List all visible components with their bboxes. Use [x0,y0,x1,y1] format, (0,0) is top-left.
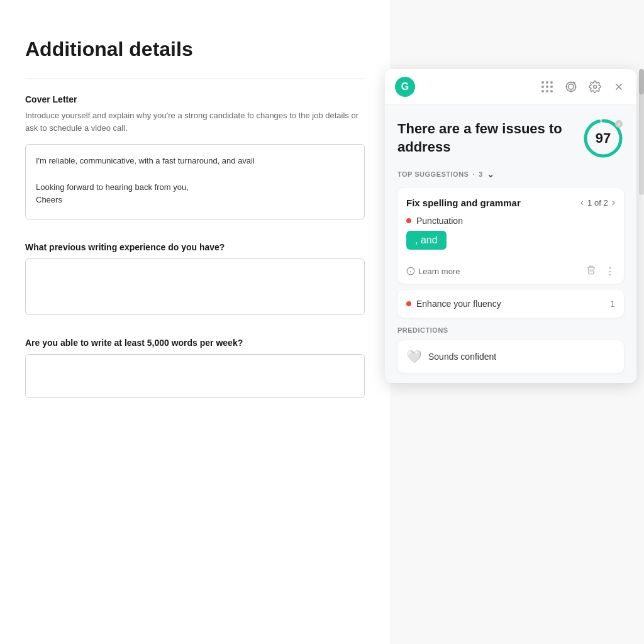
prediction-emoji: 🤍 [406,349,422,364]
fluency-left: Enhance your fluency [406,299,501,309]
close-icon[interactable] [611,79,626,94]
cover-letter-label: Cover Letter [25,94,365,104]
settings-icon[interactable] [587,79,602,94]
header-icons [540,79,626,94]
cover-letter-line2: Looking forward to hearing back from you… [36,181,354,194]
svg-point-7 [594,86,597,89]
suggestion-type: Punctuation [416,216,463,226]
card-footer: Learn more ⋮ [406,262,615,277]
suggestion-row: Punctuation [406,216,615,226]
grid-icon[interactable] [540,79,555,94]
scrollbar-track [639,69,644,195]
issues-title: There are a few issues to address [397,120,582,156]
prediction-text: Sounds confident [428,352,496,362]
svg-point-6 [574,82,575,84]
divider [25,79,365,79]
fluency-dot [406,301,411,306]
score-header: There are a few issues to address 97 i [397,118,624,159]
score-circle: 97 i [582,118,624,159]
panel-header: G [385,69,636,105]
delete-icon[interactable] [586,265,596,277]
next-arrow[interactable]: › [612,197,615,208]
top-suggestions-count: · [472,170,475,178]
panel-body: There are a few issues to address 97 i T… [385,105,636,383]
chevron-down-icon[interactable]: ⌄ [487,169,495,179]
top-suggestions-num: 3 [479,170,483,178]
svg-point-1 [569,84,574,89]
suggestion-pill[interactable]: , and [406,231,447,250]
card-title: Fix spelling and grammar [406,197,521,208]
fluency-card[interactable]: Enhance your fluency 1 [397,290,624,318]
pagination: ‹ 1 of 2 › [580,197,615,208]
page-title: Additional details [25,38,365,61]
learn-more-button[interactable]: Learn more [406,267,460,276]
footer-icons: ⋮ [586,265,615,277]
suggestion-card: Fix spelling and grammar ‹ 1 of 2 › Punc… [397,188,624,284]
question2-answer[interactable] [25,354,365,398]
score-number: 97 [596,130,611,147]
main-content: Additional details Cover Letter Introduc… [0,0,390,644]
predictions-label: PREDICTIONS [397,326,624,334]
question2-label: Are you able to write at least 5,000 wor… [25,338,365,348]
more-options-icon[interactable]: ⋮ [605,265,615,277]
grammarly-logo: G [395,77,415,97]
pagination-text: 1 of 2 [587,198,608,208]
cover-letter-line1: I'm reliable, communicative, with a fast… [36,155,354,168]
top-suggestions-bar: TOP SUGGESTIONS · 3 ⌄ [397,169,624,179]
question1-label: What previous writing experience do you … [25,242,365,252]
prev-arrow[interactable]: ‹ [580,197,584,208]
target-icon[interactable] [564,79,579,94]
score-info-icon[interactable]: i [615,120,623,128]
cover-letter-line3: Cheers [36,194,354,207]
question1-answer[interactable] [25,258,365,315]
red-dot [406,218,411,223]
cover-letter-textarea[interactable]: I'm reliable, communicative, with a fast… [25,144,365,219]
card-header: Fix spelling and grammar ‹ 1 of 2 › [406,197,615,208]
fluency-count: 1 [610,299,615,309]
top-suggestions-label: TOP SUGGESTIONS [397,170,469,178]
suggestion-item: Punctuation , and [406,216,615,256]
grammarly-panel: G [385,69,636,383]
cover-letter-description: Introduce yourself and explain why you'r… [25,109,365,134]
fluency-label: Enhance your fluency [416,299,501,309]
prediction-card: 🤍 Sounds confident [397,340,624,373]
scrollbar-thumb[interactable] [639,69,644,94]
